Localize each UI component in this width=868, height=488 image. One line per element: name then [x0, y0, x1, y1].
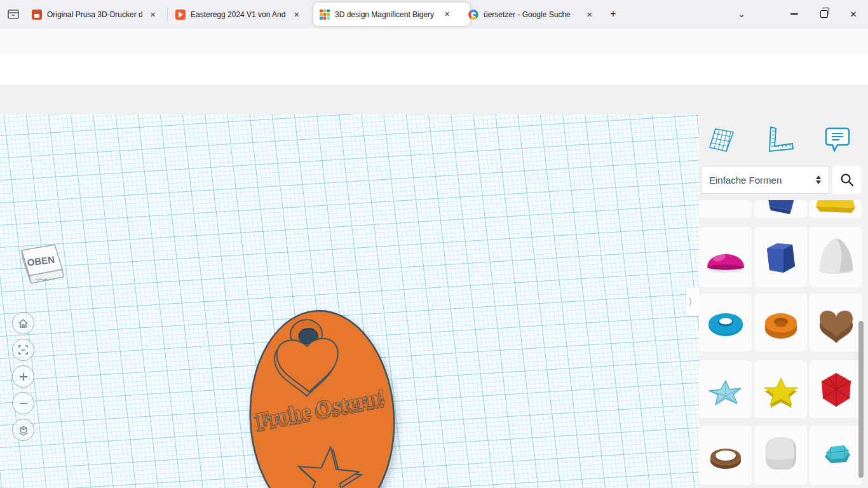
tab-easteregg[interactable]: Easteregg 2024 V1 von Andreas ✕	[169, 4, 323, 25]
tab-prusa[interactable]: Original Prusa 3D-Drucker direk ✕	[25, 4, 179, 25]
shape-search-button[interactable]	[832, 166, 861, 194]
workplane-tool-button[interactable]	[705, 123, 737, 155]
list-all-tabs-button[interactable]: ⌄	[731, 4, 752, 24]
tab-title: 3D design Magnificent Bigery |	[335, 10, 437, 19]
tab-title: Easteregg 2024 V1 von Andreas	[191, 10, 286, 19]
shape-cell-tube[interactable]	[754, 294, 807, 351]
updown-caret-icon	[816, 175, 821, 184]
view-home-button[interactable]	[12, 312, 34, 334]
shape-category-dropdown[interactable]: Einfache Formen	[701, 166, 829, 194]
shape-cell-paraboloid[interactable]	[810, 227, 862, 287]
shape-cell-empty[interactable]	[699, 200, 752, 218]
ruler-icon	[766, 125, 795, 154]
shape-cell-ring[interactable]	[699, 426, 752, 485]
tab-google[interactable]: üersetzer - Google Suche ✕	[462, 4, 609, 25]
tinkercad-icon	[320, 10, 330, 20]
tab-close-icon[interactable]: ✕	[442, 9, 452, 20]
view-cube[interactable]: OBEN	[10, 239, 71, 295]
tab-title: Original Prusa 3D-Drucker direk	[47, 10, 142, 19]
shape-cell-yellow-partial[interactable]	[810, 200, 862, 218]
prusa-icon	[32, 10, 42, 20]
zoom-out-button[interactable]	[12, 392, 34, 414]
shape-cell-star[interactable]	[754, 360, 807, 418]
shape-cell-heart[interactable]	[810, 294, 862, 351]
ruler-tool-button[interactable]	[764, 123, 796, 155]
window-minimize-button[interactable]	[783, 4, 805, 24]
minus-icon	[18, 398, 29, 409]
tab-tinkercad-active[interactable]: 3D design Magnificent Bigery | ✕	[313, 3, 470, 26]
tab-title: üersetzer - Google Suche	[484, 10, 579, 19]
shape-cell-blue-partial[interactable]	[754, 200, 807, 218]
fit-view-icon	[18, 344, 29, 355]
shape-cell-icosahedron[interactable]	[810, 360, 862, 418]
notes-icon	[824, 125, 851, 154]
window-close-button[interactable]: ✕	[843, 4, 864, 24]
keychain-object[interactable]: Frohe Ostern! Frohe Ostern!	[243, 302, 401, 488]
panel-collapse-handle[interactable]: 〉	[686, 288, 699, 316]
shape-cell-hex-prism[interactable]	[754, 227, 807, 287]
window-restore-button[interactable]	[813, 4, 835, 24]
fit-view-button[interactable]	[12, 339, 34, 361]
tab-close-icon[interactable]: ✕	[291, 10, 302, 20]
zoom-in-button[interactable]	[12, 365, 34, 388]
design-canvas[interactable]: OBEN Frohe Ostern! Frohe	[0, 114, 699, 488]
plus-icon	[18, 372, 29, 382]
shape-category-value: Einfache Formen	[709, 175, 782, 186]
shape-cell-faceted-star[interactable]	[699, 360, 752, 418]
shape-cell-rounded-cube[interactable]	[754, 426, 807, 485]
search-icon	[840, 173, 854, 187]
tab-close-icon[interactable]: ✕	[147, 10, 158, 20]
tinkercad-header: TIN KER CAD Magnificent Bigery	[0, 54, 868, 85]
home-view-icon	[18, 318, 29, 329]
shape-cell-hemisphere[interactable]	[699, 227, 752, 287]
perspective-toggle-button[interactable]	[12, 419, 34, 441]
workplane-icon	[706, 125, 736, 154]
new-tab-button[interactable]: +	[602, 4, 624, 24]
tab-close-icon[interactable]: ✕	[584, 10, 595, 20]
google-icon	[468, 10, 478, 20]
browser-tab-bar: Original Prusa 3D-Drucker direk ✕ Easter…	[0, 0, 868, 29]
editor-toolbar: Importieren Exportieren Senden an	[0, 85, 868, 115]
shape-cell-torus[interactable]	[699, 294, 752, 351]
perspective-cube-icon	[18, 424, 29, 436]
firefox-view-icon[interactable]	[6, 7, 20, 21]
browser-navbar: https://www.tinkercad.com/things/cFRfcEZ…	[0, 29, 868, 55]
printables-icon	[175, 10, 186, 20]
notes-tool-button[interactable]	[822, 123, 853, 155]
shape-cell-gem[interactable]	[810, 426, 862, 485]
sidebar-scrollbar[interactable]	[858, 321, 864, 478]
tab-separator	[167, 8, 168, 21]
